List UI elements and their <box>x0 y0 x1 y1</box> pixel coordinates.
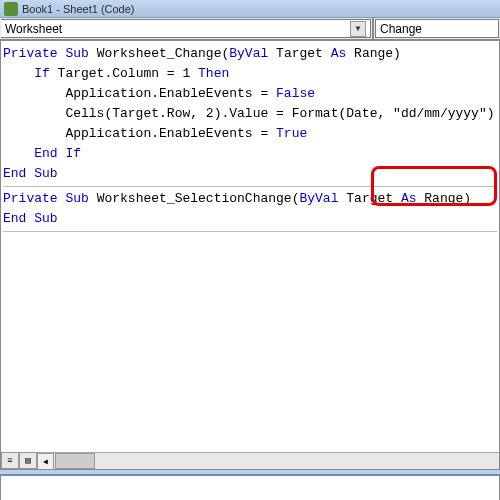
code-line: Cells(Target.Row, 2).Value = Format(Date… <box>3 104 497 124</box>
object-procedure-selector: Worksheet ▼ Change <box>0 18 500 40</box>
view-buttons: ≡ ▤ <box>1 452 37 469</box>
procedure-separator <box>3 186 497 187</box>
code-line: End Sub <box>3 209 497 229</box>
scrollbar-thumb[interactable] <box>55 453 95 469</box>
code-line: Application.EnableEvents = False <box>3 84 497 104</box>
scroll-left-icon[interactable]: ◀ <box>37 453 54 470</box>
vba-module-icon <box>4 2 18 16</box>
procedure-dropdown-value: Change <box>380 22 422 36</box>
dropdown-separator <box>372 18 374 39</box>
code-line: Private Sub Worksheet_Change(ByVal Targe… <box>3 44 497 64</box>
immediate-window[interactable] <box>0 474 500 500</box>
code-line: Private Sub Worksheet_SelectionChange(By… <box>3 189 497 209</box>
code-line: Application.EnableEvents = True <box>3 124 497 144</box>
procedure-dropdown[interactable]: Change <box>375 19 499 38</box>
scrollbar-track[interactable] <box>95 453 499 469</box>
procedure-view-button[interactable]: ▤ <box>19 452 37 469</box>
code-editor[interactable]: Private Sub Worksheet_Change(ByVal Targe… <box>0 40 500 470</box>
full-module-view-button[interactable]: ≡ <box>1 452 19 469</box>
window-titlebar: Book1 - Sheet1 (Code) <box>0 0 500 18</box>
horizontal-scrollbar[interactable]: ◀ <box>37 452 499 469</box>
window-title: Book1 - Sheet1 (Code) <box>22 3 135 15</box>
code-line: End If <box>3 144 497 164</box>
procedure-separator <box>3 231 497 232</box>
object-dropdown[interactable]: Worksheet ▼ <box>1 19 371 38</box>
chevron-down-icon: ▼ <box>350 21 366 37</box>
code-line: If Target.Column = 1 Then <box>3 64 497 84</box>
object-dropdown-value: Worksheet <box>5 22 62 36</box>
code-line: End Sub <box>3 164 497 184</box>
